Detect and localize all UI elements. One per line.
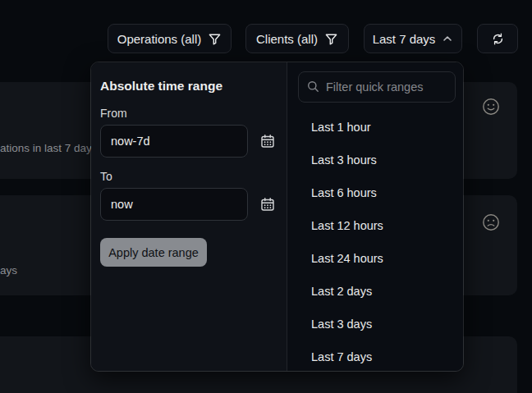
apply-date-range-button[interactable]: Apply date range (100, 238, 207, 267)
absolute-time-range-section: Absolute time range From (91, 62, 287, 371)
quick-range-option-last-12-hours[interactable]: Last 12 hours (287, 209, 463, 242)
from-input[interactable] (100, 125, 248, 158)
quick-range-option-last-7-days[interactable]: Last 7 days (287, 340, 463, 372)
time-range-label: Last 7 days (373, 32, 436, 46)
calendar-icon (260, 197, 275, 212)
quick-range-option-last-2-days[interactable]: Last 2 days (287, 275, 463, 308)
to-calendar-button[interactable] (260, 197, 275, 212)
filter-icon (208, 32, 222, 46)
card-caption: ations in last 7 days (0, 142, 98, 154)
search-icon (307, 80, 319, 93)
smiley-happy-icon (482, 98, 500, 116)
time-range-picker-button[interactable]: Last 7 days (364, 24, 462, 53)
operations-filter-button[interactable]: Operations (all) (108, 24, 232, 53)
card-caption: ays (0, 264, 17, 276)
time-picker-dropdown: Absolute time range From (90, 62, 464, 372)
absolute-time-range-title: Absolute time range (100, 79, 277, 94)
filter-quick-ranges-input[interactable] (298, 71, 456, 103)
to-label: To (100, 170, 277, 183)
quick-range-option-last-24-hours[interactable]: Last 24 hours (287, 242, 463, 275)
clients-filter-label: Clients (all) (256, 32, 318, 46)
quick-ranges-section: Last 1 hour Last 3 hours Last 6 hours La… (287, 62, 463, 371)
filter-icon (324, 32, 338, 46)
calendar-icon (260, 134, 275, 149)
quick-range-option-last-3-hours[interactable]: Last 3 hours (287, 144, 463, 176)
from-label: From (100, 107, 277, 120)
refresh-icon (491, 32, 505, 46)
from-calendar-button[interactable] (260, 134, 275, 149)
refresh-button[interactable] (477, 24, 518, 53)
quick-range-option-last-1-hour[interactable]: Last 1 hour (287, 111, 463, 144)
to-input[interactable] (100, 188, 248, 221)
chevron-up-icon (442, 33, 453, 44)
clients-filter-button[interactable]: Clients (all) (245, 24, 349, 53)
smiley-sad-icon (482, 213, 500, 231)
operations-filter-label: Operations (all) (117, 32, 202, 46)
quick-range-option-last-3-days[interactable]: Last 3 days (287, 308, 463, 340)
app-root: ations in last 7 days ays Operations (al… (0, 0, 532, 393)
quick-ranges-list: Last 1 hour Last 3 hours Last 6 hours La… (287, 111, 463, 372)
quick-range-option-last-6-hours[interactable]: Last 6 hours (287, 176, 463, 209)
